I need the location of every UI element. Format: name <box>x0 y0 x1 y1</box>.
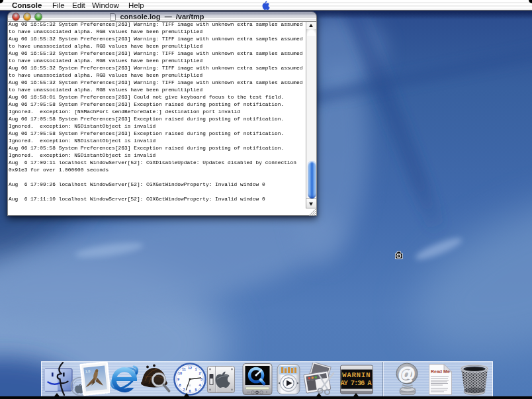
svg-text:11: 11 <box>182 367 186 371</box>
svg-text:7: 7 <box>183 388 185 392</box>
svg-text:8: 8 <box>179 383 181 387</box>
svg-text:9: 9 <box>177 377 179 381</box>
svg-text:1: 1 <box>195 367 197 371</box>
svg-text:WARNIN: WARNIN <box>342 371 371 379</box>
svg-text:2: 2 <box>199 371 200 375</box>
svg-text:Read Me: Read Me <box>431 369 450 374</box>
svg-text:AY 7:36 A: AY 7:36 A <box>341 379 373 387</box>
svg-text:10: 10 <box>178 371 182 375</box>
svg-text:@: @ <box>398 364 416 384</box>
svg-text:5: 5 <box>195 388 197 392</box>
svg-text:12: 12 <box>188 366 192 370</box>
svg-text:1.0: 1.0 <box>85 369 91 374</box>
